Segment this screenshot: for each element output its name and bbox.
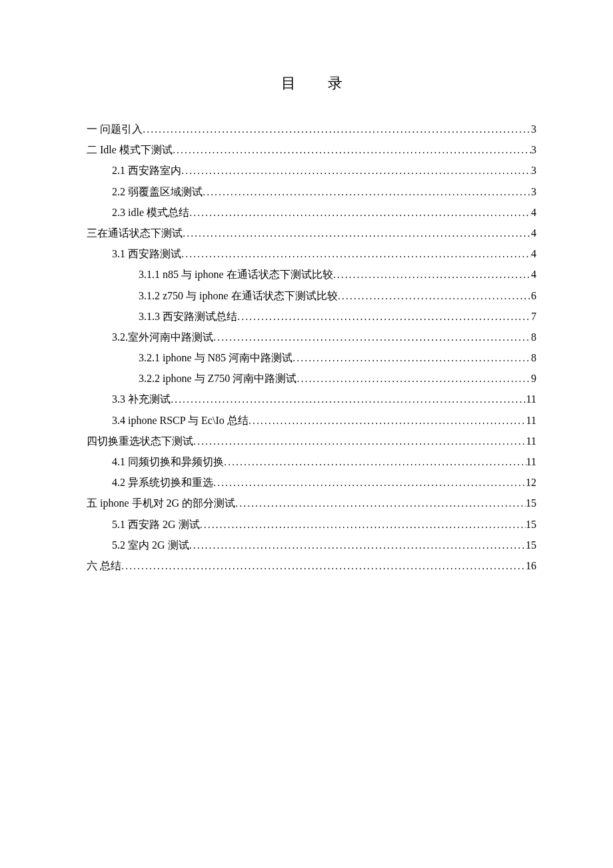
toc-entry[interactable]: 3.4 iphone RSCP 与 Ec\Io 总结 11 [87,410,536,431]
toc-entry[interactable]: 4.2 异系统切换和重选12 [87,472,536,493]
toc-dots [203,181,531,202]
toc-entry-text: 3.2.2 iphone 与 Z750 河南中路测试 [139,368,297,389]
toc-dots [293,347,531,368]
toc-entry-text: 一 问题引入 [87,119,143,139]
toc-entry-text: 3.1.2 z750 与 iphone 在通话状态下测试比较 [139,285,338,306]
toc-entry[interactable]: 四切换重选状态下测试11 [87,431,536,451]
toc-entry[interactable]: 3.1 西安路测试4 [87,243,536,264]
toc-page-number: 7 [531,306,536,327]
toc-dots [183,223,531,243]
toc-page-number: 8 [531,347,536,368]
toc-page-number: 11 [526,389,536,409]
toc-entry[interactable]: 5.1 西安路 2G 测试15 [87,514,536,535]
toc-page-number: 4 [531,202,536,223]
toc-entry-text: 3.1.1 n85 与 iphone 在通话状态下测试比较 [139,264,333,285]
toc-entry[interactable]: 五 iphone 手机对 2G 的部分测试15 [87,493,536,513]
toc-entry[interactable]: 3.2.2 iphone 与 Z750 河南中路测试 9 [87,368,536,389]
toc-entry-text: 3.3 补充测试 [112,389,171,409]
toc-page-number: 4 [531,264,536,285]
toc-page-number: 11 [526,451,536,472]
toc-entry-text: 2.1 西安路室内 [112,160,181,181]
toc-entry-text: 2.3 idle 模式总结 [112,202,189,223]
toc-entry-text: 3.4 iphone RSCP 与 Ec\Io 总结 [112,410,249,431]
toc-dots [235,493,526,513]
toc-entry-text: 2.2 弱覆盖区域测试 [112,181,203,202]
toc-entry[interactable]: 六 总结16 [87,555,536,576]
toc-page-number: 16 [526,555,536,576]
toc-dots [181,243,531,264]
toc-entry[interactable]: 3.2.1 iphone 与 N85 河南中路测试8 [87,347,536,368]
toc-page-number: 9 [531,368,536,389]
toc-page-number: 15 [526,493,536,513]
toc-entry[interactable]: 3.3 补充测试11 [87,389,536,409]
toc-dots [189,202,531,223]
toc-entry-text: 六 总结 [87,555,121,576]
toc-dots [173,139,531,160]
toc-entry-text: 3.2.室外河南中路测试 [112,327,213,347]
toc-entry[interactable]: 2.2 弱覆盖区域测试3 [87,181,536,202]
toc-dots [213,472,526,493]
toc-page-number: 11 [526,431,536,451]
toc-dots [143,119,531,139]
toc-entry[interactable]: 3.1.3 西安路测试总结7 [87,306,536,327]
toc-page-number: 3 [531,181,536,202]
toc-entry-text: 3.2.1 iphone 与 N85 河南中路测试 [139,347,293,368]
toc-entry-text: 3.1 西安路测试 [112,243,181,264]
toc-page-number: 3 [531,160,536,181]
toc-dots [189,535,526,555]
toc-entry[interactable]: 5.2 室内 2G 测试15 [87,535,536,555]
toc-entry[interactable]: 2.3 idle 模式总结4 [87,202,536,223]
toc-entry-text: 5.1 西安路 2G 测试 [112,514,200,535]
toc-page-number: 6 [531,285,536,306]
toc-dots [297,368,531,389]
toc-dots [237,306,531,327]
toc-dots [338,285,531,306]
toc-page-number: 15 [526,535,536,555]
toc-title: 目录 [87,73,536,93]
toc-dots [213,327,531,347]
toc-dots [121,555,526,576]
toc-entry[interactable]: 4.1 同频切换和异频切换11 [87,451,536,472]
toc-page-number: 3 [531,119,536,139]
toc-page-number: 11 [526,410,536,431]
toc-entry[interactable]: 3.1.1 n85 与 iphone 在通话状态下测试比较4 [87,264,536,285]
toc-dots [193,431,526,451]
toc-entry[interactable]: 3.2.室外河南中路测试8 [87,327,536,347]
toc-entry[interactable]: 2.1 西安路室内3 [87,160,536,181]
toc-entry-text: 二 Idle 模式下测试 [87,139,173,160]
toc-entry-text: 3.1.3 西安路测试总结 [139,306,237,327]
toc-entry-text: 4.2 异系统切换和重选 [112,472,213,493]
toc-entry[interactable]: 一 问题引入3 [87,119,536,139]
toc-page-number: 8 [531,327,536,347]
toc-entry[interactable]: 二 Idle 模式下测试 3 [87,139,536,160]
toc-page-number: 12 [526,472,536,493]
toc-page-number: 15 [526,514,536,535]
toc-entry-text: 5.2 室内 2G 测试 [112,535,189,555]
toc-dots [200,514,526,535]
toc-entry-text: 4.1 同频切换和异频切换 [112,451,224,472]
toc-dots [224,451,526,472]
toc-dots [181,160,531,181]
toc-container: 一 问题引入3二 Idle 模式下测试 32.1 西安路室内32.2 弱覆盖区域… [87,119,536,576]
toc-dots [333,264,531,285]
toc-page-number: 4 [531,223,536,243]
toc-entry-text: 四切换重选状态下测试 [87,431,193,451]
toc-entry-text: 五 iphone 手机对 2G 的部分测试 [87,493,235,513]
toc-page-number: 3 [531,139,536,160]
toc-dots [171,389,526,409]
toc-entry[interactable]: 三在通话状态下测试4 [87,223,536,243]
toc-entry[interactable]: 3.1.2 z750 与 iphone 在通话状态下测试比较6 [87,285,536,306]
toc-page-number: 4 [531,243,536,264]
toc-dots [249,410,526,431]
toc-entry-text: 三在通话状态下测试 [87,223,183,243]
